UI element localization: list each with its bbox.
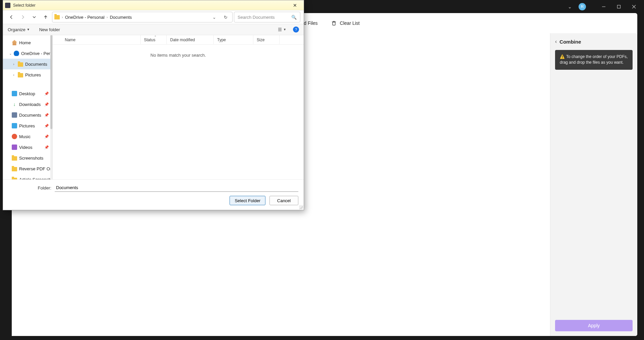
right-panel-header: ‹ Combine bbox=[550, 33, 637, 49]
dialog-titlebar: Select folder ✕ bbox=[3, 0, 304, 10]
chevron-down-icon[interactable]: ⌄ bbox=[9, 52, 12, 55]
organize-label: Organize bbox=[8, 27, 26, 32]
tree-label: Reverse PDF Ord bbox=[19, 166, 52, 171]
tree-videos[interactable]: Videos📌 bbox=[3, 142, 52, 153]
tree-screenshots[interactable]: Screenshots bbox=[3, 153, 52, 163]
minimize-button[interactable] bbox=[596, 0, 611, 13]
col-date[interactable]: Date modified bbox=[167, 35, 214, 44]
tree-label: Documents bbox=[19, 113, 41, 118]
refresh-icon[interactable]: ↻ bbox=[221, 12, 230, 22]
trash-icon bbox=[331, 20, 337, 26]
tree-pictures[interactable]: ›Pictures bbox=[3, 69, 52, 80]
tip-text: To change the order of your PDFs, drag a… bbox=[560, 54, 628, 65]
tree-downloads[interactable]: Downloads📌 bbox=[3, 99, 52, 110]
folder-icon bbox=[12, 178, 17, 180]
tree-label: Pictures bbox=[19, 123, 35, 128]
home-icon bbox=[12, 40, 17, 45]
new-folder-button[interactable]: New folder bbox=[39, 27, 60, 32]
music-icon bbox=[12, 134, 17, 139]
pin-icon: 📌 bbox=[44, 134, 49, 139]
document-icon bbox=[12, 112, 17, 118]
scrollbar-thumb[interactable] bbox=[50, 35, 52, 129]
app-icon bbox=[5, 3, 10, 8]
list-view-icon bbox=[277, 27, 283, 32]
nav-recent-button[interactable] bbox=[29, 12, 39, 22]
nav-back-button[interactable] bbox=[6, 12, 16, 22]
tree-pictures2[interactable]: Pictures📌 bbox=[3, 120, 52, 131]
tree-documents2[interactable]: Documents📌 bbox=[3, 110, 52, 120]
tree-label: Pictures bbox=[25, 72, 41, 77]
tip-box: ⚠️To change the order of your PDFs, drag… bbox=[555, 50, 633, 70]
tree-label: Article Screensh bbox=[19, 177, 51, 180]
pin-icon: 📌 bbox=[44, 124, 49, 128]
col-size[interactable]: Size bbox=[253, 35, 280, 44]
folder-input[interactable] bbox=[55, 184, 298, 192]
dialog-footer: Folder: Select Folder Cancel bbox=[3, 179, 304, 210]
svg-rect-1 bbox=[617, 5, 620, 8]
tree-label: Documents bbox=[25, 62, 47, 67]
file-list: ⌃ Name Status Date modified Type Size No… bbox=[53, 35, 304, 179]
warning-icon: ⚠️ bbox=[560, 54, 565, 59]
tree-scrollbar[interactable] bbox=[50, 35, 52, 179]
tree-label: Downloads bbox=[19, 102, 41, 107]
sort-indicator-icon: ⌃ bbox=[154, 35, 157, 39]
help-icon[interactable]: ? bbox=[293, 26, 299, 33]
col-name[interactable]: Name bbox=[53, 35, 141, 44]
pin-icon: 📌 bbox=[44, 145, 49, 150]
breadcrumb-sep: › bbox=[62, 15, 63, 19]
address-dropdown-icon[interactable]: ⌄ bbox=[209, 12, 219, 22]
tree-reverse[interactable]: Reverse PDF Ord bbox=[3, 163, 52, 174]
tree-label: Desktop bbox=[19, 91, 35, 96]
clear-list-button[interactable]: Clear List bbox=[331, 20, 360, 26]
organize-menu[interactable]: Organize ▼ bbox=[8, 27, 30, 32]
tree-label: OneDrive - Perso bbox=[21, 51, 52, 56]
address-bar[interactable]: › OneDrive - Personal › Documents ⌄ ↻ bbox=[52, 12, 233, 22]
tree-music[interactable]: Music📌 bbox=[3, 131, 52, 142]
download-icon bbox=[12, 102, 17, 107]
dialog-body: Home ⌄OneDrive - Perso ›Documents ›Pictu… bbox=[3, 35, 304, 179]
chevron-right-icon[interactable]: › bbox=[12, 73, 16, 77]
dialog-title: Select folder bbox=[13, 3, 36, 8]
tree-documents[interactable]: ›Documents bbox=[3, 59, 52, 69]
cancel-button[interactable]: Cancel bbox=[269, 196, 298, 205]
maximize-button[interactable] bbox=[611, 0, 626, 13]
tree-label: Music bbox=[19, 134, 31, 139]
chevron-right-icon[interactable]: › bbox=[12, 62, 16, 66]
avatar[interactable]: R bbox=[579, 3, 586, 10]
folder-icon bbox=[54, 15, 60, 19]
breadcrumb-seg1[interactable]: OneDrive - Personal bbox=[65, 15, 105, 20]
file-list-header: ⌃ Name Status Date modified Type Size bbox=[53, 35, 304, 45]
tree-onedrive[interactable]: ⌄OneDrive - Perso bbox=[3, 48, 52, 59]
folder-icon bbox=[18, 62, 23, 67]
search-input[interactable]: Search Documents 🔍 bbox=[234, 12, 300, 22]
nav-forward-button[interactable] bbox=[18, 12, 28, 22]
tree-label: Home bbox=[19, 40, 31, 45]
close-button[interactable] bbox=[626, 0, 641, 13]
back-chevron-icon[interactable]: ‹ bbox=[555, 39, 557, 45]
col-status[interactable]: Status bbox=[141, 35, 167, 44]
folder-icon bbox=[12, 156, 17, 161]
folder-icon bbox=[12, 167, 17, 171]
caret-down-icon: ▼ bbox=[27, 28, 30, 31]
nav-up-button[interactable] bbox=[41, 12, 51, 22]
tree-desktop[interactable]: Desktop📌 bbox=[3, 88, 52, 99]
picture-icon bbox=[12, 123, 17, 128]
apply-button[interactable]: Apply bbox=[555, 320, 633, 331]
folder-tree: Home ⌄OneDrive - Perso ›Documents ›Pictu… bbox=[3, 35, 53, 179]
select-folder-button[interactable]: Select Folder bbox=[230, 196, 265, 205]
dialog-address-row: › OneDrive - Personal › Documents ⌄ ↻ Se… bbox=[3, 10, 304, 24]
col-type[interactable]: Type bbox=[214, 35, 253, 44]
tree-home[interactable]: Home bbox=[3, 37, 52, 48]
tree-article[interactable]: Article Screensh bbox=[3, 174, 52, 179]
search-icon: 🔍 bbox=[291, 15, 297, 20]
resize-handle[interactable] bbox=[299, 205, 303, 209]
dialog-close-button[interactable]: ✕ bbox=[288, 0, 302, 10]
breadcrumb-sep: › bbox=[106, 15, 108, 19]
view-menu[interactable]: ▼ bbox=[275, 25, 288, 34]
chevron-down-icon[interactable]: ⌄ bbox=[568, 4, 572, 9]
pin-icon: 📌 bbox=[44, 92, 49, 96]
breadcrumb-seg2[interactable]: Documents bbox=[110, 15, 132, 20]
empty-message: No items match your search. bbox=[150, 53, 206, 58]
right-panel-title: Combine bbox=[559, 39, 581, 45]
video-icon bbox=[12, 145, 17, 150]
